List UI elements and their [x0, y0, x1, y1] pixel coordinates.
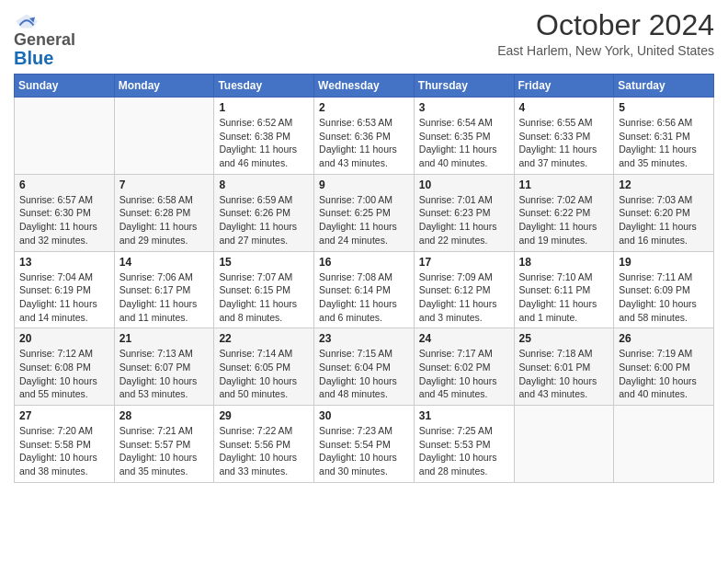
day-number: 14 — [119, 256, 210, 269]
day-number: 9 — [319, 178, 409, 191]
day-info: Sunrise: 7:04 AMSunset: 6:19 PMDaylight:… — [19, 270, 109, 325]
calendar-cell: 13Sunrise: 7:04 AMSunset: 6:19 PMDayligh… — [15, 251, 115, 328]
day-number: 4 — [519, 101, 609, 114]
header: General Blue October 2024 East Harlem, N… — [14, 9, 714, 68]
calendar-cell: 6Sunrise: 6:57 AMSunset: 6:30 PMDaylight… — [15, 174, 115, 251]
day-info: Sunrise: 7:25 AMSunset: 5:53 PMDaylight:… — [419, 424, 509, 478]
calendar-week-3: 13Sunrise: 7:04 AMSunset: 6:19 PMDayligh… — [15, 251, 714, 328]
calendar-cell: 12Sunrise: 7:03 AMSunset: 6:20 PMDayligh… — [614, 174, 714, 251]
day-number: 23 — [319, 332, 409, 345]
calendar-cell: 31Sunrise: 7:25 AMSunset: 5:53 PMDayligh… — [414, 406, 514, 483]
calendar-cell: 22Sunrise: 7:14 AMSunset: 6:05 PMDayligh… — [214, 328, 314, 406]
day-info: Sunrise: 7:06 AMSunset: 6:17 PMDaylight:… — [119, 270, 210, 325]
day-info: Sunrise: 6:58 AMSunset: 6:28 PMDaylight:… — [119, 193, 210, 247]
day-info: Sunrise: 7:13 AMSunset: 6:07 PMDaylight:… — [119, 347, 210, 401]
day-info: Sunrise: 7:02 AMSunset: 6:22 PMDaylight:… — [519, 193, 609, 247]
day-info: Sunrise: 7:22 AMSunset: 5:56 PMDaylight:… — [219, 424, 309, 478]
calendar-cell: 29Sunrise: 7:22 AMSunset: 5:56 PMDayligh… — [214, 406, 314, 483]
logo: General Blue — [14, 13, 75, 68]
day-info: Sunrise: 6:56 AMSunset: 6:31 PMDaylight:… — [619, 116, 709, 170]
day-number: 5 — [619, 101, 709, 114]
day-info: Sunrise: 7:18 AMSunset: 6:01 PMDaylight:… — [519, 347, 609, 401]
calendar-cell: 28Sunrise: 7:21 AMSunset: 5:57 PMDayligh… — [114, 406, 214, 483]
calendar-cell: 8Sunrise: 6:59 AMSunset: 6:26 PMDaylight… — [214, 174, 314, 251]
day-info: Sunrise: 7:15 AMSunset: 6:04 PMDaylight:… — [319, 347, 409, 401]
calendar: SundayMondayTuesdayWednesdayThursdayFrid… — [14, 74, 714, 483]
calendar-cell: 20Sunrise: 7:12 AMSunset: 6:08 PMDayligh… — [15, 328, 115, 406]
calendar-cell: 1Sunrise: 6:52 AMSunset: 6:38 PMDaylight… — [214, 98, 314, 175]
day-number: 13 — [19, 256, 109, 269]
day-info: Sunrise: 7:07 AMSunset: 6:15 PMDaylight:… — [219, 270, 309, 325]
calendar-cell: 14Sunrise: 7:06 AMSunset: 6:17 PMDayligh… — [114, 251, 214, 328]
day-number: 19 — [619, 256, 709, 269]
calendar-cell: 24Sunrise: 7:17 AMSunset: 6:02 PMDayligh… — [414, 328, 514, 406]
day-number: 31 — [419, 409, 509, 422]
calendar-cell: 2Sunrise: 6:53 AMSunset: 6:36 PMDaylight… — [314, 98, 415, 175]
day-info: Sunrise: 7:10 AMSunset: 6:11 PMDaylight:… — [519, 270, 609, 325]
day-info: Sunrise: 7:01 AMSunset: 6:23 PMDaylight:… — [419, 193, 509, 247]
calendar-cell — [514, 406, 614, 483]
day-number: 20 — [19, 332, 109, 345]
day-info: Sunrise: 6:53 AMSunset: 6:36 PMDaylight:… — [319, 116, 409, 170]
day-number: 29 — [219, 409, 309, 422]
weekday-header-monday: Monday — [114, 75, 214, 98]
day-info: Sunrise: 7:03 AMSunset: 6:20 PMDaylight:… — [619, 193, 709, 247]
day-info: Sunrise: 7:23 AMSunset: 5:54 PMDaylight:… — [319, 424, 409, 478]
calendar-cell — [614, 406, 714, 483]
day-number: 8 — [219, 178, 309, 191]
calendar-cell — [15, 98, 115, 175]
logo-blue-text: Blue — [14, 48, 53, 68]
day-number: 25 — [519, 332, 609, 345]
day-number: 7 — [119, 178, 210, 191]
calendar-cell — [114, 98, 214, 175]
location-text: East Harlem, New York, United States — [497, 43, 714, 58]
calendar-cell: 27Sunrise: 7:20 AMSunset: 5:58 PMDayligh… — [15, 406, 115, 483]
calendar-cell: 23Sunrise: 7:15 AMSunset: 6:04 PMDayligh… — [314, 328, 415, 406]
day-number: 15 — [219, 256, 309, 269]
day-number: 30 — [319, 409, 409, 422]
calendar-week-4: 20Sunrise: 7:12 AMSunset: 6:08 PMDayligh… — [15, 328, 714, 406]
day-info: Sunrise: 7:08 AMSunset: 6:14 PMDaylight:… — [319, 270, 409, 325]
weekday-header-friday: Friday — [514, 75, 614, 98]
day-number: 10 — [419, 178, 509, 191]
day-number: 2 — [319, 101, 409, 114]
weekday-header-saturday: Saturday — [614, 75, 714, 98]
day-number: 6 — [19, 178, 109, 191]
calendar-cell: 4Sunrise: 6:55 AMSunset: 6:33 PMDaylight… — [514, 98, 614, 175]
day-info: Sunrise: 6:55 AMSunset: 6:33 PMDaylight:… — [519, 116, 609, 170]
day-info: Sunrise: 7:12 AMSunset: 6:08 PMDaylight:… — [19, 347, 109, 401]
calendar-week-5: 27Sunrise: 7:20 AMSunset: 5:58 PMDayligh… — [15, 406, 714, 483]
logo-general-text: General — [14, 30, 75, 49]
day-info: Sunrise: 7:20 AMSunset: 5:58 PMDaylight:… — [19, 424, 109, 478]
calendar-cell: 15Sunrise: 7:07 AMSunset: 6:15 PMDayligh… — [214, 251, 314, 328]
day-number: 18 — [519, 256, 609, 269]
day-number: 16 — [319, 256, 409, 269]
calendar-cell: 21Sunrise: 7:13 AMSunset: 6:07 PMDayligh… — [114, 328, 214, 406]
day-number: 22 — [219, 332, 309, 345]
day-info: Sunrise: 6:54 AMSunset: 6:35 PMDaylight:… — [419, 116, 509, 170]
day-info: Sunrise: 6:57 AMSunset: 6:30 PMDaylight:… — [19, 193, 109, 247]
day-number: 11 — [519, 178, 609, 191]
day-info: Sunrise: 7:09 AMSunset: 6:12 PMDaylight:… — [419, 270, 509, 325]
calendar-week-2: 6Sunrise: 6:57 AMSunset: 6:30 PMDaylight… — [15, 174, 714, 251]
calendar-cell: 17Sunrise: 7:09 AMSunset: 6:12 PMDayligh… — [414, 251, 514, 328]
day-number: 28 — [119, 409, 210, 422]
day-number: 12 — [619, 178, 709, 191]
weekday-header-thursday: Thursday — [414, 75, 514, 98]
day-number: 26 — [619, 332, 709, 345]
title-area: October 2024 East Harlem, New York, Unit… — [497, 9, 714, 58]
day-info: Sunrise: 7:21 AMSunset: 5:57 PMDaylight:… — [119, 424, 210, 478]
weekday-header-wednesday: Wednesday — [314, 75, 415, 98]
day-info: Sunrise: 7:17 AMSunset: 6:02 PMDaylight:… — [419, 347, 509, 401]
calendar-cell: 10Sunrise: 7:01 AMSunset: 6:23 PMDayligh… — [414, 174, 514, 251]
day-info: Sunrise: 6:52 AMSunset: 6:38 PMDaylight:… — [219, 116, 309, 170]
day-info: Sunrise: 7:19 AMSunset: 6:00 PMDaylight:… — [619, 347, 709, 401]
calendar-header: SundayMondayTuesdayWednesdayThursdayFrid… — [15, 75, 714, 98]
calendar-cell: 18Sunrise: 7:10 AMSunset: 6:11 PMDayligh… — [514, 251, 614, 328]
calendar-cell: 11Sunrise: 7:02 AMSunset: 6:22 PMDayligh… — [514, 174, 614, 251]
day-info: Sunrise: 7:14 AMSunset: 6:05 PMDaylight:… — [219, 347, 309, 401]
calendar-cell: 25Sunrise: 7:18 AMSunset: 6:01 PMDayligh… — [514, 328, 614, 406]
month-title: October 2024 — [497, 9, 714, 41]
day-number: 1 — [219, 101, 309, 114]
day-number: 17 — [419, 256, 509, 269]
